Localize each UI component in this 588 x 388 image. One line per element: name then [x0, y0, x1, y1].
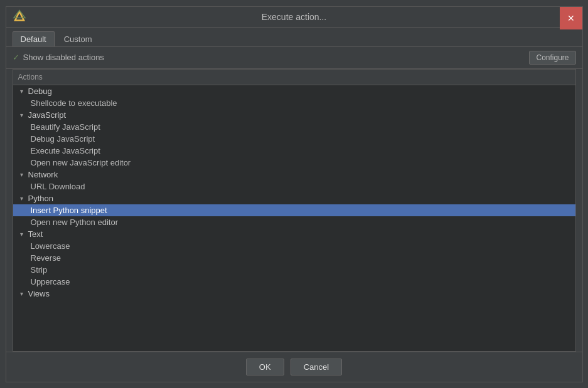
- collapse-icon: ▾: [18, 87, 26, 95]
- collapse-icon: ▾: [18, 290, 26, 297]
- tree-leaf[interactable]: Open new JavaScript editor: [13, 157, 575, 169]
- app-logo: [13, 9, 26, 24]
- tree-leaf[interactable]: Strip: [13, 264, 575, 276]
- tree-category[interactable]: ▾Debug: [13, 85, 575, 97]
- checkmark-icon: ✓: [13, 53, 19, 62]
- collapse-icon: ▾: [18, 230, 26, 238]
- tree-leaf[interactable]: Open new Python editor: [13, 216, 575, 228]
- actions-panel[interactable]: Actions ▾DebugShellcode to executable▾Ja…: [13, 69, 576, 352]
- tree-leaf[interactable]: Reverse: [13, 252, 575, 264]
- tree-leaf[interactable]: Execute JavaScript: [13, 145, 575, 157]
- ok-button[interactable]: OK: [246, 359, 284, 375]
- tree-category[interactable]: ▾Views: [13, 288, 575, 300]
- collapse-icon: ▾: [18, 111, 26, 118]
- tree-leaf[interactable]: Uppercase: [13, 276, 575, 288]
- tree-category[interactable]: ▾Text: [13, 228, 575, 240]
- tab-custom[interactable]: Custom: [56, 31, 100, 46]
- close-button[interactable]: ✕: [560, 7, 582, 29]
- title-bar: Execute action... ✕: [6, 7, 582, 28]
- show-disabled-label: Show disabled actions: [23, 53, 104, 62]
- tree-category[interactable]: ▾JavaScript: [13, 109, 575, 121]
- configure-button[interactable]: Configure: [529, 51, 575, 65]
- execute-action-dialog: Execute action... ✕ Default Custom ✓ Sho…: [6, 6, 583, 382]
- svg-marker-0: [15, 11, 24, 20]
- tree-leaf[interactable]: Lowercase: [13, 240, 575, 252]
- tree-leaf[interactable]: Debug JavaScript: [13, 133, 575, 145]
- dialog-title: Execute action...: [262, 12, 327, 22]
- toolbar: ✓ Show disabled actions Configure: [6, 47, 582, 69]
- tree-category[interactable]: ▾Network: [13, 169, 575, 181]
- collapse-icon: ▾: [18, 170, 26, 178]
- tree-category[interactable]: ▾Python: [13, 192, 575, 204]
- tree-leaf[interactable]: Insert Python snippet: [13, 204, 575, 216]
- collapse-icon: ▾: [18, 194, 26, 202]
- tree-leaf[interactable]: Beautify JavaScript: [13, 121, 575, 133]
- tabs-row: Default Custom: [6, 28, 582, 47]
- tree-leaf[interactable]: Shellcode to executable: [13, 97, 575, 109]
- show-disabled-row: ✓ Show disabled actions: [13, 53, 104, 62]
- cancel-button[interactable]: Cancel: [291, 359, 342, 375]
- tree-leaf[interactable]: URL Download: [13, 181, 575, 192]
- tree-container: ▾DebugShellcode to executable▾JavaScript…: [13, 85, 575, 300]
- tab-default[interactable]: Default: [13, 31, 55, 46]
- bottom-row: OK Cancel: [6, 352, 582, 382]
- actions-header: Actions: [13, 70, 575, 85]
